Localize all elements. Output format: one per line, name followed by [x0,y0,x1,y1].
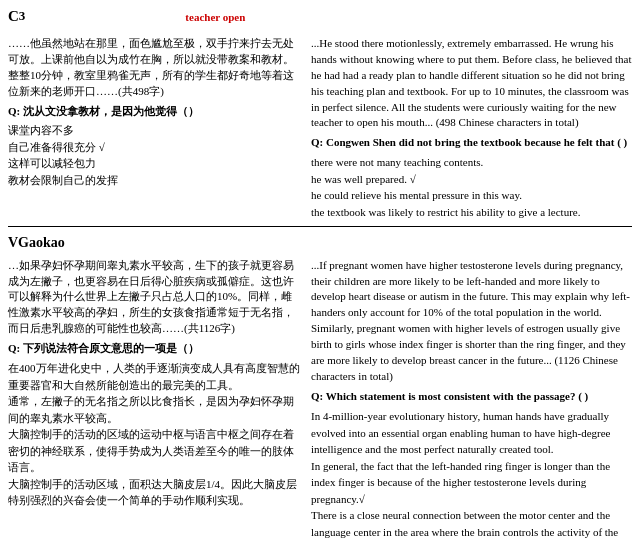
section1-left-option-c: 这样可以减轻包力 [8,155,303,172]
section2-right-passage: ...If pregnant women have higher testost… [311,258,632,386]
section1-right-option-c: he could relieve his mental pressure in … [311,187,632,204]
section2-left-option-a: 在400万年进化史中，人类的手逐渐演变成人具有高度智慧的重要器官和大自然所能创造… [8,360,303,393]
section1-left-option-d: 教材会限制自己的发挥 [8,172,303,189]
section1-left-q-label: Q: 沈从文没拿教材，是因为他觉得（） [8,104,303,120]
teacher-open-label: teacher open [185,10,245,26]
section1-right-option-b: he was well prepared. √ [311,171,632,188]
section1-left-option-b: 自己准备得很充分 √ [8,139,303,156]
section2-columns: …如果孕妇怀孕期间睾丸素水平较高，生下的孩子就更容易成为左撇子，也更容易在日后得… [8,258,632,541]
section1-right-q-label: Q: Congwen Shen did not bring the textbo… [311,135,632,151]
section2-left: …如果孕妇怀孕期间睾丸素水平较高，生下的孩子就更容易成为左撇子，也更容易在日后得… [8,258,303,541]
section1-left-question: Q: 沈从文没拿教材，是因为他觉得（） 课堂内容不多 自己准备得很充分 √ 这样… [8,104,303,189]
section1-title: C [8,6,19,28]
section1-right-question: Q: Congwen Shen did not bring the textbo… [311,135,632,220]
section1-right-option-a: there were not many teaching contents. [311,154,632,171]
section1-right: ...He stood there motionlessly, extremel… [311,36,632,221]
section1-columns: ……他虽然地站在那里，面色尴尬至极，双手拧来拧去无处可放。上课前他自以为成竹在胸… [8,36,632,221]
section2-right-option-a: In 4-million-year evolutionary history, … [311,408,632,458]
section1-left-passage: ……他虽然地站在那里，面色尴尬至极，双手拧来拧去无处可放。上课前他自以为成竹在胸… [8,36,303,100]
section2-left-option-c: 大脑控制手的活动的区域的运动中枢与语言中枢之间存在着密切的神经联系，使得手势成为… [8,426,303,476]
section2-left-passage: …如果孕妇怀孕期间睾丸素水平较高，生下的孩子就更容易成为左撇子，也更容易在日后得… [8,258,303,338]
section1-right-option-d: the textbook was likely to restrict his … [311,204,632,221]
section2-right-option-c: There is a close neural connection betwe… [311,507,632,541]
section2-left-q-label: Q: 下列说法符合原文意思的一项是（） [8,341,303,357]
section2-left-option-d: 大脑控制手的活动区域，面积达大脑皮层1/4。因此大脑皮层特别强烈的兴奋会使一个简… [8,476,303,509]
section2-right-option-b: In general, the fact that the left-hande… [311,458,632,508]
page-container: C 3 teacher open ……他虽然地站在那里，面色尴尬至极，双手拧来拧… [0,0,640,541]
section-divider [8,226,632,227]
section2-left-option-b: 通常，左撇子的无名指之所以比食指长，是因为孕妇怀孕期间的睾丸素水平较高。 [8,393,303,426]
section1-superscript: 3 [19,7,26,26]
section2-left-question: Q: 下列说法符合原文意思的一项是（） 在400万年进化史中，人类的手逐渐演变成… [8,341,303,508]
section2-right: ...If pregnant women have higher testost… [311,258,632,541]
section1-left: ……他虽然地站在那里，面色尴尬至极，双手拧来拧去无处可放。上课前他自以为成竹在胸… [8,36,303,221]
section1-right-passage: ...He stood there motionlessly, extremel… [311,36,632,132]
section2-right-question: Q: Which statement is most consistent wi… [311,389,632,541]
section2-right-q-label: Q: Which statement is most consistent wi… [311,389,632,405]
section1-left-option-a: 课堂内容不多 [8,122,303,139]
section2-title: VGaokao [8,235,65,250]
